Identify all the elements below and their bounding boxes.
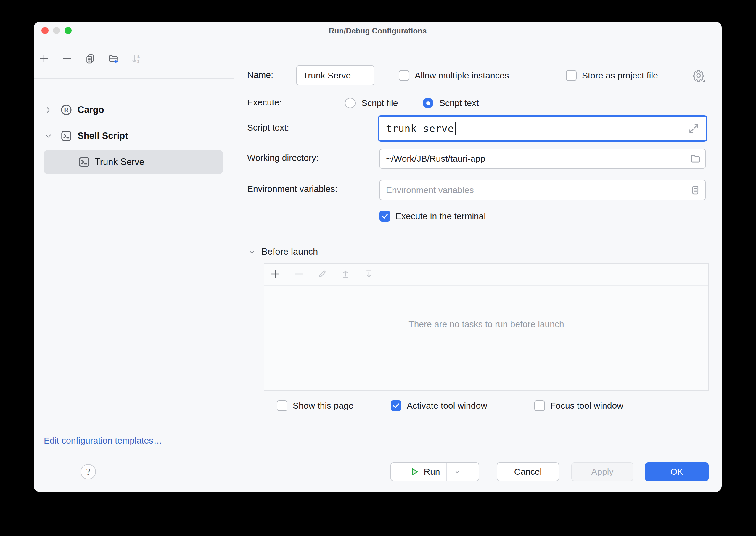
checkbox-label: Focus tool window <box>550 401 623 411</box>
add-task-icon[interactable] <box>270 268 281 280</box>
checkbox-box <box>391 400 401 411</box>
ok-button[interactable]: OK <box>645 462 709 481</box>
execute-label: Execute: <box>247 97 282 108</box>
allow-multiple-instances-checkbox[interactable]: Allow multiple instances <box>399 70 509 81</box>
activate-tool-window-checkbox[interactable]: Activate tool window <box>391 400 487 411</box>
environment-variables-input[interactable]: Environment variables <box>379 180 706 200</box>
tree-item-shell-script[interactable]: Shell Script <box>34 124 234 148</box>
apply-button-label: Apply <box>591 467 613 477</box>
radio-circle <box>423 98 433 108</box>
checkbox-box <box>399 70 409 81</box>
edit-task-icon[interactable] <box>316 268 328 280</box>
desktop-background: Run/Debug Configurations <box>0 0 756 536</box>
focus-tool-window-checkbox[interactable]: Focus tool window <box>534 400 623 411</box>
run-options-chevron[interactable] <box>447 463 468 481</box>
shell-script-icon <box>60 129 73 143</box>
chevron-down-icon[interactable] <box>45 132 52 140</box>
footer-divider <box>34 454 722 454</box>
svg-text:R: R <box>64 106 69 114</box>
working-directory-input[interactable]: ~/Work/JB/Rust/tauri-app <box>379 149 706 169</box>
checkbox-label: Allow multiple instances <box>415 71 509 81</box>
tree-item-trunk-serve[interactable]: Trunk Serve <box>44 150 223 174</box>
script-text-radio[interactable]: Script text <box>423 98 479 108</box>
before-launch-collapse-icon[interactable] <box>248 248 256 256</box>
before-launch-panel: There are no tasks to run before launch <box>264 263 709 391</box>
checkbox-box <box>566 70 577 81</box>
run-debug-configurations-dialog: Run/Debug Configurations <box>34 21 722 492</box>
tree-item-label: Cargo <box>78 105 104 115</box>
shell-script-icon <box>78 155 91 169</box>
sidebar-divider <box>234 79 234 454</box>
tree-item-cargo[interactable]: R Cargo <box>34 98 234 122</box>
sort-alphabetically-icon[interactable]: a z <box>131 53 142 64</box>
before-launch-toolbar-divider <box>264 285 709 286</box>
tree-item-label: Trunk Serve <box>95 157 144 167</box>
script-file-radio[interactable]: Script file <box>345 98 398 108</box>
cancel-button[interactable]: Cancel <box>497 462 559 481</box>
run-button-label: Run <box>424 467 440 477</box>
cancel-button-label: Cancel <box>514 467 542 477</box>
execute-in-terminal-checkbox[interactable]: Execute in the terminal <box>379 211 486 221</box>
name-value: Trunk Serve <box>303 66 351 85</box>
run-button-main[interactable]: Run <box>402 463 446 481</box>
remove-configuration-icon[interactable] <box>62 53 72 64</box>
cargo-rust-icon: R <box>60 103 73 117</box>
text-caret <box>455 122 456 135</box>
apply-button[interactable]: Apply <box>571 462 633 481</box>
checkbox-label: Execute in the terminal <box>395 211 486 221</box>
name-input[interactable]: Trunk Serve <box>296 65 374 85</box>
checkbox-label: Activate tool window <box>407 401 487 411</box>
store-settings-gear-icon[interactable] <box>691 68 706 83</box>
radio-circle <box>345 98 356 108</box>
show-this-page-checkbox[interactable]: Show this page <box>277 400 354 411</box>
browse-folder-icon[interactable] <box>690 153 701 164</box>
before-launch-rule <box>342 252 709 252</box>
move-task-up-icon[interactable] <box>340 268 351 280</box>
chevron-right-icon[interactable] <box>45 106 52 114</box>
checkbox-box <box>277 400 287 411</box>
remove-task-icon[interactable] <box>293 268 304 280</box>
environment-variables-label: Environment variables: <box>247 184 337 194</box>
edit-configuration-templates-link[interactable]: Edit configuration templates… <box>44 436 162 446</box>
script-text-label: Script text: <box>247 122 289 133</box>
working-directory-label: Working directory: <box>247 153 319 163</box>
radio-label: Script text <box>439 98 479 108</box>
help-question-icon: ? <box>86 466 90 477</box>
name-label: Name: <box>247 70 273 80</box>
run-button[interactable]: Run <box>391 462 479 481</box>
radio-label: Script file <box>362 98 398 108</box>
sidebar-toolbar-divider <box>34 79 234 79</box>
tree-item-label: Shell Script <box>78 131 128 141</box>
before-launch-empty-text: There are no tasks to run before launch <box>264 319 709 329</box>
script-text-value: trunk serve <box>386 123 454 134</box>
svg-text:z: z <box>137 59 140 64</box>
help-button[interactable]: ? <box>80 464 96 480</box>
before-launch-toolbar <box>270 268 374 280</box>
copy-configuration-icon[interactable] <box>85 53 95 64</box>
window-title: Run/Debug Configurations <box>34 26 722 36</box>
ok-button-label: OK <box>671 467 683 477</box>
new-folder-icon[interactable] <box>108 53 118 64</box>
environment-variables-placeholder: Environment variables <box>386 180 474 200</box>
checkbox-box <box>379 211 390 221</box>
edit-variables-icon[interactable] <box>690 184 701 196</box>
script-text-input[interactable]: trunk serve <box>378 116 708 142</box>
add-configuration-icon[interactable] <box>39 53 49 64</box>
move-task-down-icon[interactable] <box>363 268 374 280</box>
checkbox-box <box>534 400 545 411</box>
configurations-toolbar: a z <box>39 53 142 64</box>
expand-editor-icon[interactable] <box>688 122 700 134</box>
working-directory-value: ~/Work/JB/Rust/tauri-app <box>386 149 485 168</box>
before-launch-title: Before launch <box>261 247 318 257</box>
store-as-project-file-checkbox[interactable]: Store as project file <box>566 70 658 81</box>
checkbox-label: Show this page <box>293 401 354 411</box>
play-icon <box>409 467 420 477</box>
checkbox-label: Store as project file <box>582 71 658 81</box>
svg-text:a: a <box>137 53 140 59</box>
